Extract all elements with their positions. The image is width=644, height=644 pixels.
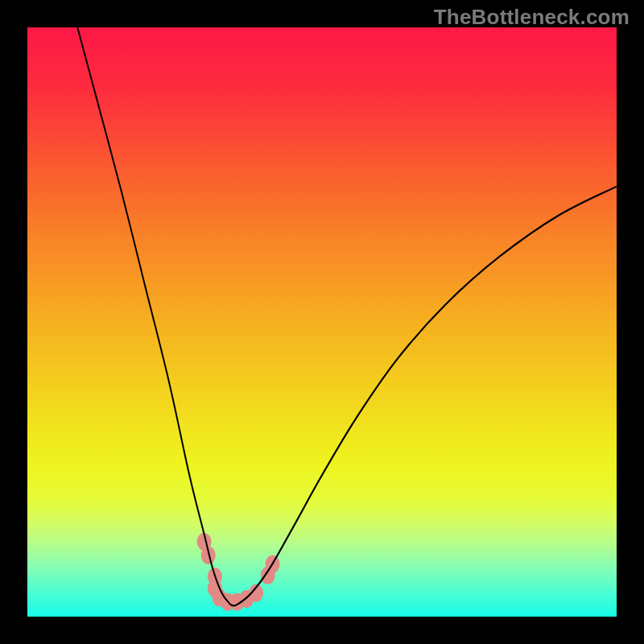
bottleneck-chart bbox=[27, 27, 617, 617]
plot-area bbox=[27, 27, 617, 617]
watermark-text: TheBottleneck.com bbox=[434, 5, 630, 30]
gradient-background bbox=[27, 27, 617, 617]
chart-frame: TheBottleneck.com bbox=[0, 0, 644, 644]
